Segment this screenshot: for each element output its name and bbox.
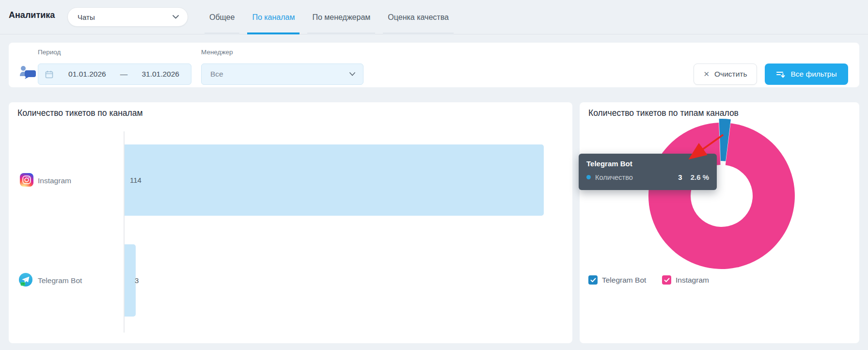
manager-select[interactable]: Все (201, 64, 363, 85)
all-filters-button[interactable]: Все фильтры (765, 64, 848, 85)
tab-by-managers[interactable]: По менеджерам (307, 0, 375, 34)
bar-instagram[interactable] (125, 144, 544, 216)
bar-value-label: 114 (130, 176, 142, 184)
telegram-bot-icon (18, 272, 33, 287)
close-icon: ✕ (703, 70, 710, 79)
series-dot-icon (586, 175, 591, 179)
page-title: Аналитика (9, 10, 55, 20)
checkbox-checked-icon[interactable] (662, 275, 671, 285)
entity-selector[interactable]: Чаты (67, 7, 188, 27)
tooltip-percent: 2.6 % (691, 173, 709, 181)
bar-chart-title: Количество тикетов по каналам (17, 108, 143, 118)
period-date-range[interactable]: 01.01.2026 — 31.01.2026 (38, 64, 191, 85)
date-from[interactable]: 01.01.2026 (68, 70, 106, 79)
filter-panel: Период 01.01.2026 — 31.01.2026 Менеджер … (9, 43, 859, 87)
checkbox-checked-icon[interactable] (588, 275, 598, 285)
chart-tooltip: Telegram Bot Количество 3 2.6 % (579, 154, 717, 190)
chevron-down-icon (349, 72, 355, 76)
analytics-page: Аналитика Чаты Общее По каналам По менед… (0, 0, 868, 350)
tab-general[interactable]: Общее (205, 0, 239, 34)
tooltip-metric: Количество (595, 174, 678, 181)
chevron-down-icon (173, 15, 179, 19)
filter-sort-icon (776, 70, 786, 79)
manager-select-value: Все (210, 70, 223, 79)
legend-label: Instagram (676, 276, 709, 285)
date-to[interactable]: 31.01.2026 (142, 70, 179, 79)
tab-bar: Общее По каналам По менеджерам Оценка ка… (205, 0, 454, 34)
period-label: Период (38, 48, 61, 56)
legend-label: Telegram Bot (602, 276, 646, 285)
calendar-icon (45, 70, 53, 79)
bar-telegram-bot[interactable] (125, 244, 136, 317)
bar-category-label: Telegram Bot (38, 276, 82, 285)
tooltip-row: Количество 3 2.6 % (586, 173, 709, 181)
instagram-icon (20, 173, 33, 187)
clear-filters-button[interactable]: ✕ Очистить (694, 64, 757, 85)
manager-label: Менеджер (201, 48, 233, 56)
legend-item-instagram[interactable]: Instagram (662, 275, 709, 285)
people-chat-icon (18, 64, 38, 80)
date-separator: — (120, 70, 128, 79)
donut-chart[interactable] (580, 102, 859, 343)
tab-quality[interactable]: Оценка качества (383, 0, 454, 34)
bar-category-label: Instagram (38, 176, 71, 185)
tooltip-value: 3 (678, 173, 682, 181)
bar-value-label: 3 (135, 276, 139, 285)
header: Аналитика Чаты Общее По каналам По менед… (0, 0, 868, 34)
entity-selector-value: Чаты (78, 13, 95, 21)
tooltip-title: Telegram Bot (586, 159, 709, 168)
tab-by-channels[interactable]: По каналам (247, 0, 300, 34)
donut-chart-card: Количество тикетов по типам каналов Tele… (580, 102, 859, 343)
legend-item-telegram-bot[interactable]: Telegram Bot (588, 275, 646, 285)
bar-chart-card: Количество тикетов по каналам Instagram … (9, 102, 572, 343)
